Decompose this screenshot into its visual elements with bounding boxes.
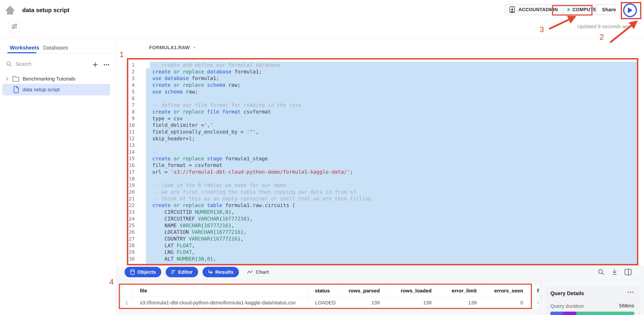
annotation-label-3: 3 (540, 25, 544, 34)
code-line[interactable]: 1-- create and define our formula1 datab… (116, 62, 644, 68)
context-caret-down-icon: ▾ (194, 46, 196, 50)
table-cell-status[interactable]: LOADED (307, 297, 341, 308)
code-line[interactable]: 27 COUNTRY VARCHAR(16777216), (116, 235, 644, 242)
code-line[interactable]: 15create or replace stage formula1_stage (116, 155, 644, 162)
filter-settings-button[interactable] (9, 21, 20, 32)
download-results-button[interactable] (611, 268, 618, 276)
results-panel-divider (541, 280, 542, 315)
share-button[interactable]: Share (596, 5, 622, 15)
line-number: 28 (116, 242, 135, 248)
code-line[interactable]: 11field_optionally_enclosed_by = '"', (116, 129, 644, 135)
sql-editor[interactable]: 1-- create and define our formula1 datab… (116, 62, 644, 265)
code-line-content: type = csv (146, 115, 638, 122)
code-line-content: LAT FLOAT, (146, 242, 638, 249)
code-line[interactable]: 8create or replace file format csvformat (116, 109, 644, 115)
code-line[interactable]: 16file_format = csvformat (116, 162, 644, 169)
code-line[interactable]: 19-- load in the 8 tables we need for ou… (116, 182, 644, 189)
table-cell-rows_loaded[interactable]: 139 (386, 297, 438, 308)
worksheet-title[interactable]: data setup script (22, 7, 69, 14)
line-number: 29 (116, 249, 135, 255)
line-number: 6 (116, 96, 135, 101)
code-line[interactable]: 28 LAT FLOAT, (116, 242, 644, 249)
line-number: 18 (116, 176, 135, 182)
code-line[interactable]: 10field_delimiter =',' (116, 122, 644, 129)
code-line[interactable]: 26 LOCATION VARCHAR(16777216), (116, 229, 644, 235)
annotation-arrow-3 (549, 17, 574, 29)
code-line[interactable]: 6 (116, 95, 644, 102)
results-toolbar: Objects Editor Results Chart (124, 267, 269, 277)
table-cell-rows_parsed[interactable]: 139 (341, 297, 386, 308)
line-number: 16 (116, 162, 135, 168)
run-button[interactable] (623, 3, 637, 17)
table-cell-error_limit[interactable]: 139 (438, 297, 483, 308)
objects-button[interactable]: Objects (124, 267, 161, 277)
title-caret-down-icon[interactable]: ▾ (66, 8, 68, 13)
row-number-header (121, 285, 132, 297)
search-results-button[interactable] (597, 268, 605, 276)
code-line[interactable]: 24 CIRCUITREF VARCHAR(16777216), (116, 215, 644, 222)
table-cell-errors_seen[interactable]: 0 (483, 297, 529, 308)
code-line-content: -- we are first creating the table then … (146, 189, 638, 195)
code-line[interactable]: 12skip_header=1; (116, 135, 644, 142)
split-view-button[interactable] (624, 268, 632, 276)
code-line[interactable]: 17url = 's3://formula1-dbt-cloud-python-… (116, 169, 644, 175)
sidebar-item-data-setup-script[interactable]: data setup script (2, 84, 110, 95)
code-line[interactable]: 20-- we are first creating the table the… (116, 189, 644, 195)
role-selector[interactable]: ACCOUNTADMIN (509, 6, 563, 13)
code-line[interactable]: 25 NAME VARCHAR(16777216), (116, 222, 644, 229)
add-worksheet-button[interactable] (92, 61, 99, 68)
code-line[interactable]: 30 ALT NUMBER(38,0), (116, 255, 644, 262)
table-cell-fi[interactable]: n (529, 297, 539, 308)
editor-button[interactable]: Editor (166, 267, 198, 277)
chart-tab[interactable]: Chart (247, 269, 269, 275)
code-line-content: create or replace file format csvformat (146, 109, 638, 115)
sidebar-more-button[interactable]: ••• (102, 61, 112, 68)
code-line[interactable]: 21-- think of this as an empty container… (116, 195, 644, 202)
code-line[interactable]: 5use schema raw; (116, 88, 644, 95)
code-line[interactable]: 2create or replace database formula1; (116, 68, 644, 75)
code-line-content (146, 142, 638, 149)
tab-databases[interactable]: Databases (43, 45, 68, 51)
results-button[interactable]: Results (202, 267, 239, 277)
code-line[interactable]: 23 CIRCUITID NUMBER(38,0), (116, 209, 644, 215)
results-table-header: filestatusrows_parsedrows_loadederror_li… (121, 285, 539, 297)
line-number: 30 (116, 256, 135, 262)
table-row: 1s3://formula1-dbt-cloud-python-demo/for… (121, 297, 539, 308)
results-actions (597, 268, 632, 276)
sidebar-item-benchmarking-tutorials[interactable]: Benchmarking Tutorials (5, 74, 75, 84)
code-line-content: NAME VARCHAR(16777216), (146, 222, 638, 229)
code-line-content: field_optionally_enclosed_by = '"', (146, 129, 638, 135)
tab-worksheets[interactable]: Worksheets (10, 45, 39, 51)
results-table-body: 1s3://formula1-dbt-cloud-python-demo/for… (121, 297, 539, 308)
toolbar-divider (116, 280, 644, 280)
query-duration-bar (550, 312, 634, 315)
code-line-content (146, 95, 638, 102)
code-line[interactable]: 13 (116, 142, 644, 149)
sidebar-search[interactable]: Search (6, 61, 32, 67)
home-icon[interactable] (5, 6, 15, 16)
code-line[interactable]: 4create or replace schema raw; (116, 82, 644, 88)
updated-status[interactable]: Updated 8 seconds ago ▾ (577, 24, 634, 29)
code-line[interactable]: 14-- (116, 149, 644, 155)
code-line[interactable]: 3use database formula1; (116, 75, 644, 82)
duration-bar-segment-2 (563, 312, 576, 315)
line-number: 2 (116, 69, 135, 75)
line-number: 4 (116, 82, 135, 88)
selected-worksheet-label: data setup script (22, 87, 60, 93)
duration-bar-segment-3 (576, 312, 634, 315)
code-line[interactable]: 29 LNG FLOAT, (116, 249, 644, 255)
line-number: 27 (116, 236, 135, 242)
editor-context-selector[interactable]: FORMULA1.RAW ▾ (149, 45, 196, 50)
results-table: filestatusrows_parsedrows_loadederror_li… (121, 284, 539, 308)
code-line-content: file_format = csvformat (146, 162, 638, 169)
code-line[interactable]: 7-- define our file format for reading i… (116, 102, 644, 109)
code-line[interactable]: 18 (116, 175, 644, 182)
table-cell-file[interactable]: s3://formula1-dbt-cloud-python-demo/form… (132, 297, 307, 308)
code-line[interactable]: 22create or replace table formula1.raw.c… (116, 202, 644, 209)
code-line-content: -- load in the 8 tables we need for our … (146, 182, 638, 189)
results-arrow-icon (208, 269, 213, 274)
folder-icon (12, 76, 20, 82)
query-details-more-button[interactable]: ••• (627, 289, 634, 295)
code-line-content: -- define our file format for reading in… (146, 102, 638, 109)
code-line[interactable]: 9type = csv (116, 115, 644, 122)
